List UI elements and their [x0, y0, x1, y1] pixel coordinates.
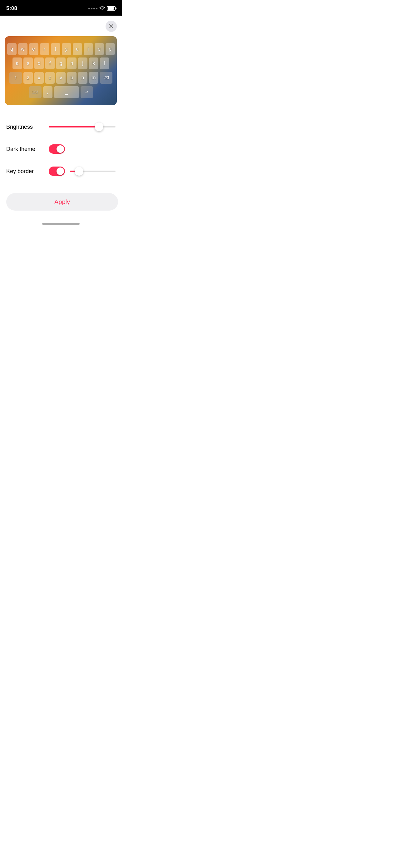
controls-section: Brightness Dark theme Key border [5, 113, 117, 186]
apply-label: Apply [54, 198, 70, 206]
dark-theme-toggle-thumb [57, 145, 64, 153]
key-123: 123 [29, 86, 41, 98]
key-t: t [51, 43, 60, 55]
key-s: s [24, 58, 33, 69]
dark-theme-row: Dark theme [6, 139, 115, 159]
key-x: x [34, 72, 44, 84]
key-h: h [67, 58, 76, 69]
key-row-4: 123 , _ ↵ [7, 86, 114, 98]
brightness-track [49, 126, 115, 127]
key-comma: , [43, 86, 53, 98]
key-shift: ⇧ [9, 72, 22, 84]
key-row-1: q w e r t y u i o p [7, 43, 114, 55]
key-d: d [34, 58, 44, 69]
key-backspace: ⌫ [100, 72, 112, 84]
battery-icon [107, 6, 115, 11]
key-return: ↵ [80, 86, 93, 98]
dark-theme-toggle[interactable] [49, 144, 65, 154]
close-button[interactable] [106, 21, 117, 32]
key-r: r [40, 43, 49, 55]
main-card: q w e r t y u i o p a s d f g h j k [0, 16, 122, 236]
key-border-toggle[interactable] [49, 166, 65, 176]
key-w: w [18, 43, 28, 55]
key-f: f [45, 58, 55, 69]
key-j: j [78, 58, 88, 69]
key-v: v [56, 72, 66, 84]
brightness-row: Brightness [6, 115, 115, 139]
status-icons [89, 6, 115, 11]
brightness-slider-container[interactable] [49, 121, 115, 133]
key-row-3: ⇧ z x c v b n m ⌫ [7, 72, 114, 84]
dark-theme-label: Dark theme [6, 146, 44, 153]
key-border-toggle-thumb [57, 167, 64, 175]
key-o: o [95, 43, 104, 55]
key-e: e [29, 43, 38, 55]
signal-icon [89, 8, 97, 9]
brightness-label: Brightness [6, 124, 44, 130]
key-border-slider-container[interactable] [70, 165, 115, 178]
key-l: l [100, 58, 109, 69]
key-n: n [78, 72, 88, 84]
key-p: p [106, 43, 115, 55]
keyboard-preview: q w e r t y u i o p a s d f g h j k [5, 36, 117, 105]
brightness-fill [49, 126, 99, 127]
key-border-row: Key border [6, 159, 115, 183]
home-indicator [42, 223, 80, 225]
key-a: a [12, 58, 22, 69]
key-k: k [89, 58, 98, 69]
key-border-toggle-track[interactable] [49, 166, 65, 176]
key-c: c [45, 72, 55, 84]
key-row-2: a s d f g h j k l [7, 58, 114, 69]
key-i: i [84, 43, 93, 55]
apply-button[interactable]: Apply [6, 193, 118, 211]
key-z: z [24, 72, 33, 84]
key-q: q [7, 43, 16, 55]
key-g: g [56, 58, 66, 69]
key-y: y [62, 43, 71, 55]
brightness-thumb[interactable] [95, 122, 103, 131]
wifi-icon [99, 6, 105, 11]
key-m: m [89, 72, 98, 84]
status-time: 5:08 [6, 5, 17, 11]
status-bar: 5:08 [0, 0, 122, 16]
key-space: _ [54, 86, 79, 98]
key-u: u [73, 43, 82, 55]
key-border-label: Key border [6, 168, 44, 175]
key-border-thumb[interactable] [75, 167, 83, 176]
keyboard-overlay: q w e r t y u i o p a s d f g h j k [5, 36, 117, 105]
dark-theme-toggle-track[interactable] [49, 144, 65, 154]
key-b: b [67, 72, 76, 84]
key-border-empty [79, 170, 115, 172]
